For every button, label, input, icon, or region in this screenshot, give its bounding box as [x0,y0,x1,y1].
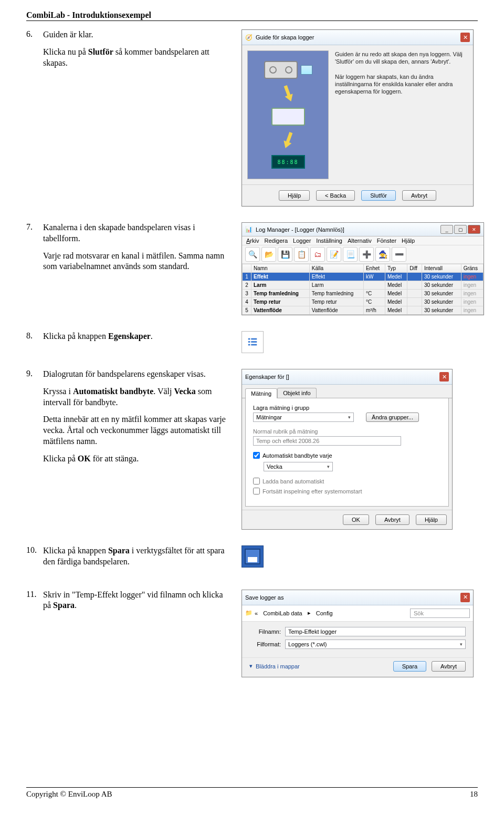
browse-folders-expander[interactable]: ▾ Bläddra i mappar [249,663,300,669]
close-icon[interactable]: ✕ [460,593,470,602]
col-num[interactable] [243,264,251,273]
menu-fonster[interactable]: Fönster [377,238,396,244]
step-number: 9. [26,369,38,471]
cell-num: 1 [243,273,251,281]
save-icon[interactable]: 💾 [278,247,292,262]
cell-num: 5 [243,306,251,315]
dialog-title: Save logger as [245,594,457,601]
cell-kalla: Effekt [309,273,363,281]
col-namn[interactable]: Namn [251,264,309,273]
finish-button[interactable]: Slutför [361,190,396,201]
store-group-select[interactable]: Mätningar [253,413,354,422]
folder-icon: 📁 [245,610,253,616]
col-enhet[interactable]: Enhet [363,264,385,273]
channel-table: Namn Källa Enhet Typ Diff Intervall Grän… [242,264,484,315]
close-icon[interactable]: ✕ [439,372,449,382]
wizard-icon[interactable]: 🧙 [375,247,390,262]
help-button[interactable]: Hjälp [279,190,310,201]
menu-hjalp[interactable]: Hjälp [402,238,415,244]
svg-rect-0 [248,338,250,340]
cell-diff [407,281,422,290]
menu-arkiv[interactable]: Arkiv [246,238,259,244]
cell-kalla: Temp retur [309,298,363,306]
col-intervall[interactable]: Intervall [422,264,461,273]
menu-redigera[interactable]: Redigera [264,238,288,244]
step-text: Klicka nu på Slutför så kommer bandspela… [43,47,226,69]
menu-logger[interactable]: Logger [293,238,311,244]
cell-enhet: kW [363,273,385,281]
search-input[interactable]: Sök [410,609,470,618]
tab-matning[interactable]: Mätning [245,388,277,398]
filename-input[interactable]: Temp-Effekt logger [285,627,466,636]
back-button[interactable]: < Backa [316,190,355,201]
list-icon[interactable]: 📃 [343,247,358,262]
cell-enhet [363,281,385,290]
save-button[interactable]: Spara [393,661,426,672]
arrow-icon [281,84,295,103]
table-row[interactable]: 3Temp framledningTemp framledning°CMedel… [243,290,484,298]
cell-diff [407,298,422,306]
tab-objektinfo[interactable]: Objekt info [277,388,317,398]
search-icon[interactable]: 🔍 [245,247,260,262]
table-row[interactable]: 1EffektEffektkWMedel30 sekunderingen [243,273,484,281]
add-icon[interactable]: ➕ [359,247,374,262]
col-diff[interactable]: Diff [407,264,422,273]
change-groups-button[interactable]: Ändra grupper... [366,413,419,422]
cell-diff [407,273,422,281]
rubrik-field[interactable]: Temp och effekt 2008.26 [253,436,401,446]
cancel-button[interactable]: Avbryt [402,190,436,201]
step-number: 7. [26,222,38,279]
table-row[interactable]: 4Temp returTemp retur°CMedel30 sekunderi… [243,298,484,306]
load-auto-checkbox[interactable] [253,478,260,484]
chevron-right-icon: ▸ [308,610,311,616]
breadcrumb[interactable]: Config [313,609,336,617]
menu-installning[interactable]: Inställning [316,238,342,244]
auto-bandbyte-checkbox[interactable] [253,452,260,459]
interval-select[interactable]: Vecka [264,462,333,471]
col-grans[interactable]: Gräns [461,264,483,273]
step-7: 7. Kanalerna i den skapade bandspelaren … [26,222,478,315]
continue-label: Fortsätt inspelning efter systemomstart [262,488,362,494]
remove-icon[interactable]: ➖ [392,247,406,262]
cell-enhet: °C [363,298,385,306]
properties-icon[interactable]: 📋 [294,247,309,262]
cell-kalla: Larm [309,281,363,290]
ok-button[interactable]: OK [343,514,369,525]
footer-page-number: 18 [470,790,478,799]
continue-checkbox[interactable] [253,488,260,494]
open-icon[interactable]: 📂 [261,247,276,262]
fileformat-select[interactable]: Loggers (*.cwl) [285,640,466,649]
menu-alternativ[interactable]: Alternativ [348,238,372,244]
step-text: Kanalerna i den skapade bandspelaren vis… [43,222,226,244]
table-icon [301,65,312,75]
table-row[interactable]: 2LarmLarmMedel30 sekunderingen [243,281,484,290]
table-row[interactable]: 5VattenflödeVattenflödem³/hMedel30 sekun… [243,306,484,315]
cancel-button[interactable]: Avbryt [432,661,466,672]
minimize-icon[interactable]: _ [440,225,453,234]
table-icon[interactable]: 🗂 [310,247,325,262]
cell-typ: Medel [385,298,407,306]
cell-diff [407,306,422,315]
cell-intervall: 30 sekunder [422,281,461,290]
close-icon[interactable]: ✕ [460,33,470,42]
cell-typ: Medel [385,281,407,290]
cell-num: 2 [243,281,251,290]
edit-icon[interactable]: 📝 [327,247,341,262]
wizard-text: När loggern har skapats, kan du ändra in… [335,73,468,96]
svg-rect-4 [248,344,250,346]
arrow-icon [281,131,295,150]
cell-kalla: Vattenflöde [309,306,363,315]
breadcrumb[interactable]: CombiLab data [260,609,306,617]
close-icon[interactable]: ✕ [468,225,480,234]
col-typ[interactable]: Typ [385,264,407,273]
chevron-down-icon: ▾ [249,663,253,669]
step-text: Klicka på knappen Spara i verktygsfältet… [43,545,226,568]
maximize-icon[interactable]: ▢ [454,225,467,234]
cancel-button[interactable]: Avbryt [375,514,410,525]
step-text: Varje rad motsvarar en kanal i mätfilen.… [43,251,226,273]
col-kalla[interactable]: Källa [309,264,363,273]
cell-namn: Larm [251,281,309,290]
help-button[interactable]: Hjälp [416,514,447,525]
cell-enhet: °C [363,290,385,298]
cell-grans: ingen [461,290,483,298]
